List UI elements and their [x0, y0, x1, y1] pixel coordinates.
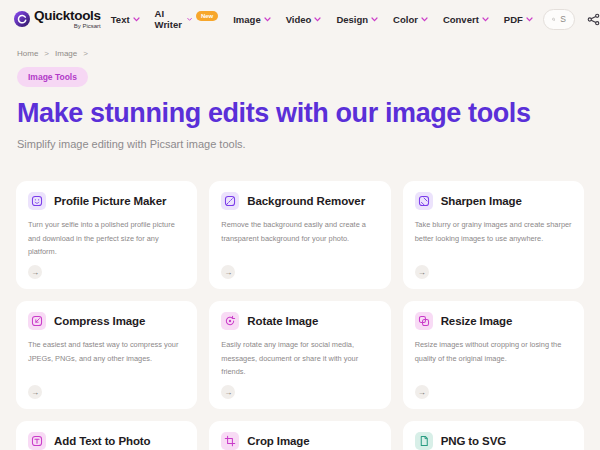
- tool-card-background-remover[interactable]: Background Remover Remove the background…: [209, 181, 390, 289]
- tool-card-arrow-button[interactable]: →: [415, 385, 429, 399]
- tool-card-title: Add Text to Photo: [54, 435, 150, 447]
- tool-card-title: Sharpen Image: [441, 195, 522, 207]
- tool-card-compress-image[interactable]: Compress Image The easiest and fastest w…: [16, 301, 197, 409]
- chevron-down-icon: [133, 17, 140, 22]
- nav-item-image[interactable]: Image: [233, 14, 270, 25]
- tool-card-title: PNG to SVG: [441, 435, 506, 447]
- tool-card-title: Resize Image: [441, 315, 513, 327]
- chevron-down-icon: [314, 17, 321, 22]
- tool-card-arrow-button[interactable]: →: [221, 385, 235, 399]
- tool-card-description: Easily rotate any image for social media…: [221, 338, 378, 379]
- tool-card-crop-image[interactable]: Crop Image Image size matters! Crop your…: [209, 421, 390, 450]
- tool-card-arrow-button[interactable]: →: [221, 265, 235, 279]
- tool-card-title: Rotate Image: [247, 315, 318, 327]
- quicktools-logo-icon: [14, 11, 30, 27]
- breadcrumb-image[interactable]: Image: [55, 49, 77, 58]
- add-text-icon: [28, 432, 46, 450]
- face-icon: [28, 192, 46, 210]
- search-icon: [552, 15, 556, 24]
- breadcrumb-separator: >: [83, 49, 88, 58]
- tool-card-rotate-image[interactable]: Rotate Image Easily rotate any image for…: [209, 301, 390, 409]
- tool-card-description: Take blurry or grainy images and create …: [415, 218, 572, 245]
- tools-grid: Profile Picture Maker Turn your selfie i…: [16, 181, 584, 450]
- tool-card-description: The easiest and fastest way to compress …: [28, 338, 185, 365]
- tool-card-title: Compress Image: [54, 315, 145, 327]
- breadcrumb-separator: >: [44, 49, 49, 58]
- page-title: Make stunning edits with our image tools: [17, 97, 583, 130]
- chevron-down-icon: [187, 17, 192, 22]
- tool-card-add-text-to-photo[interactable]: Add Text to Photo Make your photo stand …: [16, 421, 197, 450]
- nav-item-design[interactable]: Design: [336, 14, 378, 25]
- image-tools-chip[interactable]: Image Tools: [17, 67, 88, 87]
- chevron-down-icon: [371, 17, 378, 22]
- search-input[interactable]: [560, 14, 565, 24]
- tool-card-title: Background Remover: [247, 195, 365, 207]
- chevron-down-icon: [526, 17, 533, 22]
- background-remover-icon: [221, 192, 239, 210]
- breadcrumb-home[interactable]: Home: [17, 49, 38, 58]
- tool-card-arrow-button[interactable]: →: [28, 265, 42, 279]
- rotate-icon: [221, 312, 239, 330]
- nav-item-label: Video: [286, 14, 312, 25]
- new-badge: New: [196, 11, 218, 21]
- compress-icon: [28, 312, 46, 330]
- nav-item-text[interactable]: Text: [111, 14, 140, 25]
- tool-card-resize-image[interactable]: Resize Image Resize images without cropp…: [403, 301, 584, 409]
- main-nav: Text AI Writer New Image Video Design: [111, 8, 533, 30]
- nav-item-label: Design: [336, 14, 368, 25]
- logo-byline: By Picsart: [74, 23, 101, 29]
- chevron-down-icon: [264, 17, 271, 22]
- nav-item-label: Color: [393, 14, 418, 25]
- nav-item-label: PDF: [504, 14, 523, 25]
- quicktools-logo[interactable]: Quicktools By Picsart: [14, 9, 101, 29]
- tool-card-png-to-svg[interactable]: PNG to SVG Convert any PNG image into SV…: [403, 421, 584, 450]
- resize-icon: [415, 312, 433, 330]
- nav-item-convert[interactable]: Convert: [443, 14, 489, 25]
- tool-card-title: Crop Image: [247, 435, 309, 447]
- breadcrumb: Home > Image >: [17, 49, 583, 58]
- logo-name: Quicktools: [34, 9, 101, 22]
- tool-card-profile-picture-maker[interactable]: Profile Picture Maker Turn your selfie i…: [16, 181, 197, 289]
- share-button[interactable]: [587, 13, 600, 26]
- nav-item-color[interactable]: Color: [393, 14, 428, 25]
- nav-item-pdf[interactable]: PDF: [504, 14, 533, 25]
- page-subtitle: Simplify image editing with Picsart imag…: [17, 138, 583, 150]
- nav-item-label: Text: [111, 14, 130, 25]
- nav-item-label: AI Writer: [155, 8, 184, 30]
- share-nodes-icon: [587, 13, 600, 26]
- nav-item-video[interactable]: Video: [286, 14, 322, 25]
- tool-card-title: Profile Picture Maker: [54, 195, 166, 207]
- tool-card-description: Remove the background easily and create …: [221, 218, 378, 245]
- tool-card-sharpen-image[interactable]: Sharpen Image Take blurry or grainy imag…: [403, 181, 584, 289]
- chevron-down-icon: [482, 17, 489, 22]
- tool-card-description: Resize images without cropping or losing…: [415, 338, 572, 365]
- nav-item-label: Convert: [443, 14, 479, 25]
- tool-card-arrow-button[interactable]: →: [415, 265, 429, 279]
- crop-icon: [221, 432, 239, 450]
- chevron-down-icon: [421, 17, 428, 22]
- nav-item-label: Image: [233, 14, 260, 25]
- sharpen-icon: [415, 192, 433, 210]
- top-navbar: Quicktools By Picsart Text AI Writer New…: [0, 0, 600, 38]
- search-box[interactable]: [543, 9, 575, 30]
- tool-card-description: Turn your selfie into a polished profile…: [28, 218, 185, 259]
- tool-card-arrow-button[interactable]: →: [28, 385, 42, 399]
- nav-item-ai-writer[interactable]: AI Writer New: [155, 8, 219, 30]
- file-icon: [415, 432, 433, 450]
